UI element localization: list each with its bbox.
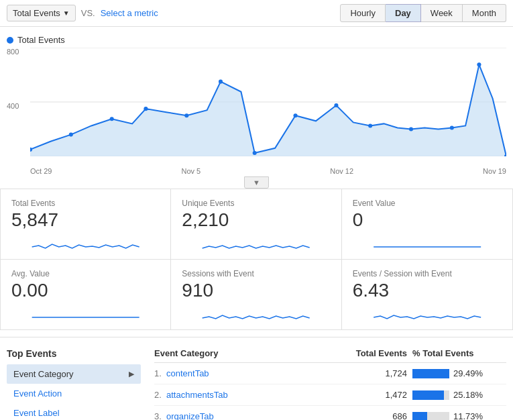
svg-point-9: [219, 80, 223, 84]
expand-button[interactable]: ▼: [244, 176, 269, 189]
row-events-3: 686: [319, 411, 412, 420]
svg-point-13: [368, 123, 372, 127]
top-events-title: Top Events: [7, 348, 141, 359]
chart-legend-label: Total Events: [17, 35, 65, 45]
sidebar-item-event-category[interactable]: Event Category ▶: [7, 364, 141, 384]
metrics-grid: Total Events 5,847 Unique Events 2,210 E…: [0, 189, 513, 330]
table-row: 1. contentTab 1,724 29.49%: [154, 363, 506, 384]
metric-unique-events: Unique Events 2,210: [171, 189, 341, 259]
svg-point-11: [294, 113, 298, 117]
vs-label: VS.: [81, 8, 95, 18]
time-button-group: Hourly Day Week Month: [340, 4, 506, 22]
dropdown-arrow-icon: ▼: [63, 9, 70, 17]
metric-event-value: Event Value 0: [342, 189, 512, 259]
pct-bar-3: [412, 412, 427, 421]
y-label-800: 800: [7, 48, 19, 56]
nav-label-1: Event Action: [13, 388, 62, 399]
row-events-1: 1,724: [319, 368, 412, 378]
svg-point-8: [184, 113, 188, 117]
metric-events-session: Events / Session with Event 6.43: [342, 259, 512, 329]
sparkline-3: [11, 304, 160, 324]
metric-title-2: Event Value: [353, 199, 502, 208]
metric-title-5: Events / Session with Event: [353, 269, 502, 278]
sparkline-5: [353, 304, 502, 324]
sparkline-0: [11, 233, 160, 254]
row-events-2: 1,472: [319, 390, 412, 400]
svg-point-5: [69, 133, 73, 137]
pct-bar-bg-3: [412, 412, 449, 421]
sparkline-2: [353, 233, 502, 254]
metric-label: Total Events: [13, 8, 60, 18]
svg-point-7: [144, 107, 148, 111]
col-events-header: Total Events: [319, 348, 412, 358]
row-num-3: 3.: [154, 411, 166, 420]
metric-title-1: Unique Events: [182, 199, 330, 208]
metric-avg-value: Avg. Value 0.00: [1, 259, 171, 329]
month-button[interactable]: Month: [463, 4, 506, 22]
legend-dot-icon: [7, 37, 13, 44]
left-nav: Top Events Event Category ▶ Event Action…: [7, 348, 141, 420]
table-header: Event Category Total Events % Total Even…: [154, 348, 506, 363]
sidebar-item-event-label[interactable]: Event Label: [7, 403, 141, 420]
pct-bar-1: [412, 369, 449, 378]
select-metric-link[interactable]: Select a metric: [101, 8, 158, 18]
sparkline-4: [182, 304, 330, 324]
row-pct-wrap-3: 11.73%: [412, 411, 506, 420]
day-button[interactable]: Day: [386, 4, 421, 22]
nav-label-2: Event Label: [13, 408, 60, 418]
nav-label-0: Event Category: [13, 369, 74, 379]
metric-title-4: Sessions with Event: [182, 269, 330, 278]
svg-point-6: [110, 117, 114, 121]
metric-value-1: 2,210: [182, 209, 330, 231]
sidebar-item-event-action[interactable]: Event Action: [7, 384, 141, 403]
hourly-button[interactable]: Hourly: [340, 4, 386, 22]
metric-value-4: 910: [182, 280, 330, 301]
week-button[interactable]: Week: [421, 4, 463, 22]
table-row: 3. organizeTab 686 11.73%: [154, 406, 506, 420]
chart-area: Total Events 800 400: [0, 27, 513, 189]
metric-title-3: Avg. Value: [11, 269, 160, 278]
metric-value-5: 6.43: [353, 280, 502, 301]
pct-bar-bg-2: [412, 390, 449, 400]
row-name-3[interactable]: organizeTab: [166, 411, 319, 420]
metric-value-3: 0.00: [11, 280, 160, 301]
table-row: 2. attachmentsTab 1,472 25.18%: [154, 384, 506, 406]
metric-total-events: Total Events 5,847: [1, 189, 171, 259]
svg-point-16: [477, 62, 481, 66]
row-name-1[interactable]: contentTab: [166, 368, 319, 378]
metric-value-0: 5,847: [11, 209, 160, 231]
svg-point-15: [450, 125, 454, 129]
nav-arrow-icon: ▶: [129, 370, 134, 378]
pct-text-3: 11.73%: [453, 411, 483, 420]
row-num-2: 2.: [154, 390, 166, 400]
y-axis-labels: 800 400: [7, 48, 19, 175]
chart-container: 800 400: [7, 48, 506, 175]
x-label-nov5: Nov 5: [181, 167, 201, 175]
pct-text-1: 29.49%: [453, 368, 483, 378]
pct-bar-bg-1: [412, 369, 449, 378]
x-axis-labels: Oct 29 Nov 5 Nov 12 Nov 19: [30, 167, 506, 175]
col-name-header: Event Category: [154, 348, 319, 358]
metric-sessions-event: Sessions with Event 910: [171, 259, 341, 329]
pct-text-2: 25.18%: [453, 390, 483, 400]
metric-value-2: 0: [353, 209, 502, 231]
events-table: Event Category Total Events % Total Even…: [154, 348, 506, 420]
svg-marker-3: [30, 64, 506, 156]
row-pct-wrap-1: 29.49%: [412, 368, 506, 378]
chart-svg: [30, 48, 506, 156]
toolbar: Total Events ▼ VS. Select a metric Hourl…: [0, 0, 513, 27]
chart-expand: ▼: [7, 176, 506, 189]
bottom-section: Top Events Event Category ▶ Event Action…: [0, 337, 513, 420]
metric-dropdown[interactable]: Total Events ▼: [7, 5, 76, 21]
row-name-2[interactable]: attachmentsTab: [166, 390, 319, 400]
row-num-1: 1.: [154, 368, 166, 378]
metric-title-0: Total Events: [11, 199, 160, 208]
svg-point-14: [409, 127, 413, 131]
row-pct-wrap-2: 25.18%: [412, 390, 506, 400]
x-label-nov19: Nov 19: [483, 167, 506, 175]
pct-bar-2: [412, 390, 444, 400]
x-label-nov12: Nov 12: [330, 167, 353, 175]
sparkline-1: [182, 233, 330, 254]
y-label-400: 400: [7, 102, 19, 110]
svg-point-12: [334, 103, 338, 107]
